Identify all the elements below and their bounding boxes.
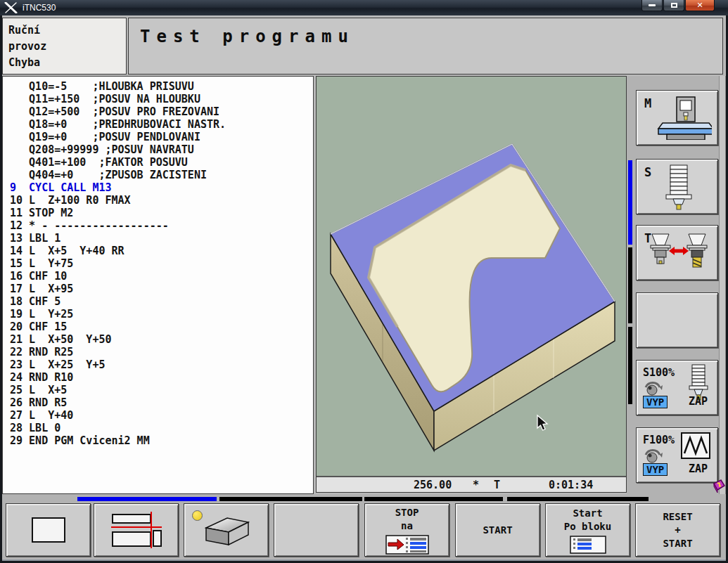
program-line: 14 L X+5 Y+40 RR bbox=[10, 245, 313, 257]
program-listing[interactable]: Q10=-5 ;HLOUBKA PRISUVU Q11=+150 ;POSUV … bbox=[2, 76, 314, 494]
softkey-spindle-override[interactable]: S100% VYP ZAP bbox=[636, 360, 718, 415]
program-line: 19 L Y+25 bbox=[10, 308, 313, 321]
mode-line-2: provoz bbox=[8, 39, 126, 55]
softkey-single-block-label: Start Po bloku bbox=[564, 507, 611, 533]
program-line: Q404=+0 ;ZPUSOB ZACISTENI bbox=[10, 169, 313, 181]
program-line: 22 RND R25 bbox=[10, 346, 313, 358]
horizontal-softkey-bar: STOP na START Start Po bloku bbox=[0, 494, 728, 559]
softkey-start-label: START bbox=[483, 524, 512, 537]
vertical-softkey-bar: M S bbox=[627, 76, 728, 494]
sim-status-marker: * bbox=[473, 479, 479, 491]
three-planes-view-icon bbox=[111, 512, 162, 548]
program-line: 27 L Y+40 bbox=[10, 409, 313, 422]
close-button[interactable]: ✕ bbox=[685, 0, 715, 11]
single-block-icon bbox=[570, 536, 606, 554]
program-line: 13 LBL 1 bbox=[10, 232, 313, 245]
maximize-button[interactable] bbox=[663, 0, 684, 11]
softkey-start-single-block[interactable]: Start Po bloku bbox=[545, 503, 630, 557]
plan-view-icon bbox=[23, 513, 74, 547]
window-frame-edge bbox=[1, 15, 2, 562]
maximize-icon bbox=[671, 3, 677, 8]
program-line: 16 CHF 10 bbox=[10, 270, 313, 283]
window-frame-edge bbox=[1, 559, 727, 561]
softkey-page-indicator bbox=[219, 497, 362, 501]
page-title: Test programu bbox=[140, 27, 355, 46]
close-icon: ✕ bbox=[696, 1, 703, 9]
program-line: 23 L X+25 Y+5 bbox=[10, 358, 313, 371]
program-line: Q18=+0 ;PREDHRUBOVACI NASTR. bbox=[10, 118, 313, 131]
softkey-view-plan[interactable] bbox=[6, 503, 91, 557]
feed-zigzag-icon bbox=[681, 432, 710, 459]
softkey-stop-at-label: STOP na bbox=[395, 506, 419, 533]
sidebar-groove bbox=[719, 76, 726, 494]
softkey-view-three-planes[interactable] bbox=[94, 503, 179, 557]
simulation-3d-view bbox=[317, 77, 626, 476]
softkey-reset-start[interactable]: RESET + START bbox=[635, 503, 720, 557]
simulation-panel: 256.00 * T 0:01:34 bbox=[316, 76, 627, 493]
softkey-view-3d[interactable] bbox=[184, 503, 269, 557]
program-line: 18 CHF 5 bbox=[10, 295, 313, 308]
feed-override-off-badge: VYP bbox=[643, 463, 668, 476]
vertical-page-indicator bbox=[628, 327, 632, 404]
program-line: 21 L X+50 Y+50 bbox=[10, 333, 313, 346]
help-book-icon bbox=[712, 479, 726, 493]
active-led-icon bbox=[192, 510, 203, 521]
sim-axis-label: T bbox=[494, 479, 500, 491]
3d-view-icon bbox=[199, 512, 254, 548]
override-knob-icon bbox=[643, 448, 663, 465]
override-knob-icon bbox=[643, 380, 663, 397]
softkey-empty-vertical[interactable] bbox=[636, 292, 718, 348]
tool-change-icon bbox=[642, 233, 715, 272]
program-line: Q208=+99999 ;POSUV NAVRATU bbox=[10, 143, 313, 156]
error-status: Chyba bbox=[8, 55, 126, 71]
program-line: 15 L Y+75 bbox=[10, 257, 313, 270]
softkey-tool-change[interactable]: T bbox=[636, 225, 718, 280]
program-line: Q12=+500 ;POSUV PRO FREZOVANI bbox=[10, 105, 313, 118]
spindle-override-off-badge: VYP bbox=[643, 396, 668, 408]
softkey-spindle-label: S bbox=[644, 165, 651, 179]
program-line: 12 * - ------------------ bbox=[10, 219, 313, 232]
program-line: 24 RND R10 bbox=[10, 371, 313, 384]
feed-override-on-label: ZAP bbox=[689, 462, 708, 475]
program-line: 29 END PGM Cviceni2 MM bbox=[10, 434, 313, 447]
mode-line-1: Ruční bbox=[8, 22, 126, 39]
window-title: iTNC530 bbox=[23, 3, 56, 13]
machine-icon bbox=[653, 95, 712, 140]
program-line: 17 L X+95 bbox=[10, 283, 313, 295]
vertical-page-indicator bbox=[628, 247, 632, 323]
softkey-reset-start-label: RESET + START bbox=[663, 510, 692, 550]
program-line: 20 CHF 15 bbox=[10, 321, 313, 333]
softkey-machine-label: M bbox=[644, 96, 651, 110]
program-line: 11 STOP M2 bbox=[10, 207, 313, 219]
program-line: Q401=+100 ;FAKTOR POSUVU bbox=[10, 156, 313, 169]
heidenhain-x-logo bbox=[4, 2, 18, 13]
softkey-feed-override[interactable]: F100% VYP ZAP bbox=[636, 427, 718, 483]
spindle-icon bbox=[663, 164, 694, 210]
softkey-start[interactable]: START bbox=[455, 503, 540, 557]
feed-override-label: F100% bbox=[643, 434, 675, 446]
sim-elapsed-time: 0:01:34 bbox=[549, 479, 593, 491]
program-line: 26 RND R5 bbox=[10, 396, 313, 409]
stop-at-block-icon bbox=[385, 535, 429, 555]
program-line-active: 9 CYCL CALL M13 bbox=[10, 181, 313, 194]
softkey-page-indicator bbox=[507, 497, 649, 501]
softkey-machine[interactable]: M bbox=[636, 90, 718, 145]
softkey-empty[interactable] bbox=[274, 503, 359, 557]
program-line: 25 L X+5 bbox=[10, 384, 313, 396]
spindle-override-label: S100% bbox=[643, 366, 675, 379]
program-line: 28 LBL 0 bbox=[10, 422, 313, 434]
vertical-page-indicator-active bbox=[628, 160, 632, 245]
itnc530-window: iTNC530 ✕ Ruční provoz Chyba Test progra… bbox=[0, 0, 728, 563]
program-line: Q10=-5 ;HLOUBKA PRISUVU bbox=[10, 80, 313, 93]
softkey-page-indicator-active bbox=[77, 497, 217, 501]
header-panel: Test programu bbox=[128, 18, 723, 75]
program-line: 10 L Z+100 R0 FMAX bbox=[10, 194, 313, 207]
title-bar: iTNC530 ✕ bbox=[0, 0, 728, 15]
softkey-stop-at[interactable]: STOP na bbox=[364, 503, 449, 557]
operating-mode-panel: Ruční provoz Chyba bbox=[2, 18, 127, 75]
sim-feed-value: 256.00 bbox=[414, 479, 452, 491]
simulation-status-bar: 256.00 * T 0:01:34 bbox=[317, 476, 626, 492]
minimize-button[interactable] bbox=[641, 0, 663, 11]
softkey-spindle[interactable]: S bbox=[636, 159, 718, 214]
spindle-override-on-label: ZAP bbox=[689, 395, 708, 408]
